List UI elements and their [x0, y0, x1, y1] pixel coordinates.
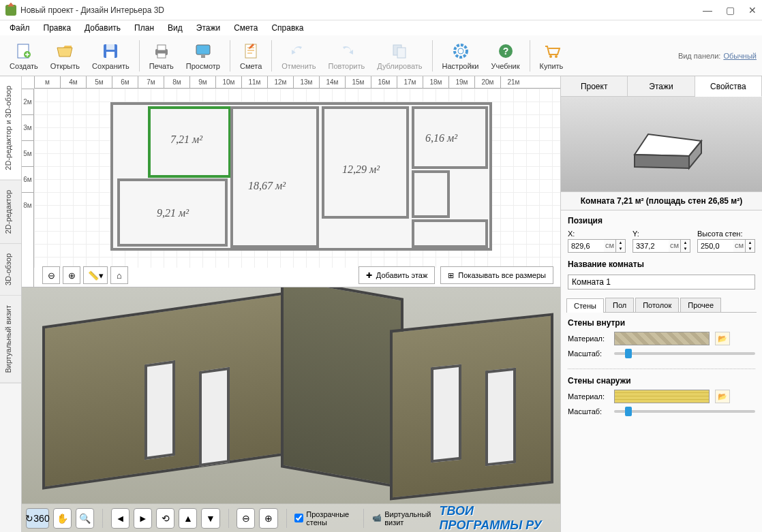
- minimize-button[interactable]: —: [703, 5, 712, 16]
- svg-point-18: [555, 55, 558, 58]
- settings-button[interactable]: Настройки: [438, 40, 483, 72]
- subtab-walls[interactable]: Стены: [566, 298, 604, 313]
- window-title: Новый проект - Дизайн Интерьера 3D: [20, 5, 703, 15]
- add-floor-button[interactable]: ✚ Добавить этаж: [359, 266, 435, 284]
- buy-button[interactable]: Купить: [536, 40, 568, 72]
- zoom-out-3d-button[interactable]: ⊖: [237, 508, 255, 529]
- menu-add[interactable]: Добавить: [79, 22, 126, 34]
- gear-icon: [451, 42, 470, 61]
- duplicate-button[interactable]: Дублировать: [373, 40, 426, 72]
- room[interactable]: [412, 170, 450, 218]
- browse-material-button[interactable]: 📂: [715, 390, 730, 403]
- room-area-label: 12,29 м²: [342, 163, 380, 176]
- zoom-in-button[interactable]: ⊕: [63, 266, 80, 284]
- maximize-button[interactable]: ▢: [726, 5, 735, 16]
- plan-3d-view[interactable]: ↻360 ✋ 🔍 ◄ ► ⟲ ▲ ▼ ⊖ ⊕ Прозрачные стены …: [22, 287, 560, 532]
- room-name-input[interactable]: [568, 275, 755, 290]
- virtual-visit-button[interactable]: 📹 Виртуальный визит: [372, 510, 435, 527]
- view-3d-toolbar: ↻360 ✋ 🔍 ◄ ► ⟲ ▲ ▼ ⊖ ⊕ Прозрачные стены …: [22, 503, 560, 532]
- room-name-header: Название комнаты: [568, 260, 755, 269]
- save-button[interactable]: Сохранить: [88, 40, 134, 72]
- menu-help[interactable]: Справка: [266, 22, 309, 34]
- room-area-label: 6,16 м²: [425, 132, 457, 144]
- subtab-other[interactable]: Прочее: [680, 298, 721, 312]
- plan-tools: ⊖ ⊕ 📏▾ ⌂: [42, 266, 128, 284]
- printer-icon: [152, 42, 171, 61]
- tab-project[interactable]: Проект: [561, 76, 628, 96]
- transparent-walls-toggle[interactable]: Прозрачные стены: [294, 510, 355, 527]
- position-header: Позиция: [568, 216, 755, 225]
- pos-y-input[interactable]: см▲▼: [633, 239, 690, 253]
- room[interactable]: [322, 106, 409, 219]
- room[interactable]: [412, 219, 488, 248]
- nav-right-button[interactable]: ►: [134, 508, 152, 529]
- browse-material-button[interactable]: 📂: [715, 332, 730, 345]
- pos-x-input[interactable]: см▲▼: [568, 239, 626, 253]
- room-preview: [561, 97, 762, 192]
- wall-height-input[interactable]: см▲▼: [697, 239, 755, 253]
- room-summary: Комната 7,21 м² (площадь стен 26,85 м²): [561, 192, 762, 210]
- measure-button[interactable]: 📏▾: [83, 266, 108, 284]
- left-tabs: 2D-редактор и 3D-обзор 2D-редактор 3D-об…: [0, 76, 22, 532]
- material-inside-swatch[interactable]: [614, 332, 710, 345]
- menu-plan[interactable]: План: [129, 22, 159, 34]
- menu-floors[interactable]: Этажи: [191, 22, 226, 34]
- ruler-horizontal: м4м5м6м7м8м9м10м11м12м13м14м15м16м17м18м…: [34, 76, 560, 89]
- zoom-button[interactable]: 🔍: [76, 508, 94, 529]
- menu-view[interactable]: Вид: [162, 22, 188, 34]
- properties-panel: Проект Этажи Свойства Комната 7,21 м² (п…: [560, 76, 762, 532]
- redo-icon: [337, 42, 356, 61]
- undo-button[interactable]: Отменить: [277, 40, 320, 72]
- vtab-2d-3d[interactable]: 2D-редактор и 3D-обзор: [0, 76, 21, 181]
- menu-estimate[interactable]: Смета: [228, 22, 263, 34]
- subtab-floor[interactable]: Пол: [605, 298, 634, 312]
- main-toolbar: Создать Открыть Сохранить Печать Просмот…: [0, 35, 762, 76]
- svg-rect-9: [201, 55, 205, 58]
- close-button[interactable]: ✕: [748, 5, 757, 16]
- panel-mode-link[interactable]: Обычный: [720, 52, 757, 60]
- material-outside-swatch[interactable]: [614, 390, 710, 403]
- nav-up-button[interactable]: ▲: [179, 508, 197, 529]
- inside-scale-slider[interactable]: [614, 352, 755, 355]
- window-controls: — ▢ ✕: [703, 5, 757, 16]
- vtab-virtual[interactable]: Виртуальный визит: [0, 296, 21, 384]
- menu-file[interactable]: Файл: [4, 22, 35, 34]
- zoom-out-button[interactable]: ⊖: [42, 266, 60, 284]
- estimate-button[interactable]: Смета: [236, 40, 266, 72]
- ruler-vertical: 2м3м5м6м8м: [22, 89, 34, 287]
- redo-button[interactable]: Повторить: [324, 40, 369, 72]
- outside-scale-slider[interactable]: [614, 410, 755, 413]
- walls-outside-header: Стены снаружи: [568, 376, 755, 386]
- nav-orbit-button[interactable]: ⟲: [156, 508, 174, 529]
- clipboard-icon: [241, 42, 260, 61]
- svg-rect-7: [157, 53, 166, 58]
- nav-down-button[interactable]: ▼: [201, 508, 219, 529]
- vtab-2d[interactable]: 2D-редактор: [0, 181, 21, 244]
- tab-floors[interactable]: Этажи: [628, 76, 695, 96]
- svg-rect-3: [106, 44, 115, 50]
- nav-left-button[interactable]: ◄: [111, 508, 129, 529]
- tab-properties[interactable]: Свойства: [695, 76, 762, 97]
- menu-edit[interactable]: Правка: [38, 22, 77, 34]
- svg-rect-4: [106, 52, 115, 58]
- subtab-ceiling[interactable]: Потолок: [635, 298, 679, 312]
- home-button[interactable]: ⌂: [110, 266, 128, 284]
- room[interactable]: [230, 106, 319, 248]
- vtab-3d[interactable]: 3D-обзор: [0, 244, 21, 296]
- titlebar: Новый проект - Дизайн Интерьера 3D — ▢ ✕: [0, 0, 762, 20]
- help-icon: ?: [496, 42, 515, 61]
- orbit-button[interactable]: ↻360: [26, 508, 49, 529]
- app-icon: [5, 5, 16, 16]
- show-dims-button[interactable]: ⊞ Показывать все размеры: [440, 266, 553, 284]
- zoom-in-3d-button[interactable]: ⊕: [259, 508, 277, 529]
- watermark: ТВОИ ПРОГРАММЫ РУ: [439, 504, 556, 533]
- preview-button[interactable]: Просмотр: [182, 40, 224, 72]
- plan-2d-view[interactable]: м4м5м6м7м8м9м10м11м12м13м14м15м16м17м18м…: [22, 76, 560, 287]
- pan-button[interactable]: ✋: [53, 508, 72, 529]
- tutorial-button[interactable]: ?Учебник: [487, 40, 523, 72]
- print-button[interactable]: Печать: [145, 40, 178, 72]
- svg-point-17: [549, 55, 552, 58]
- open-button[interactable]: Открыть: [46, 40, 84, 72]
- file-new-icon: [14, 42, 33, 61]
- create-button[interactable]: Создать: [5, 40, 42, 72]
